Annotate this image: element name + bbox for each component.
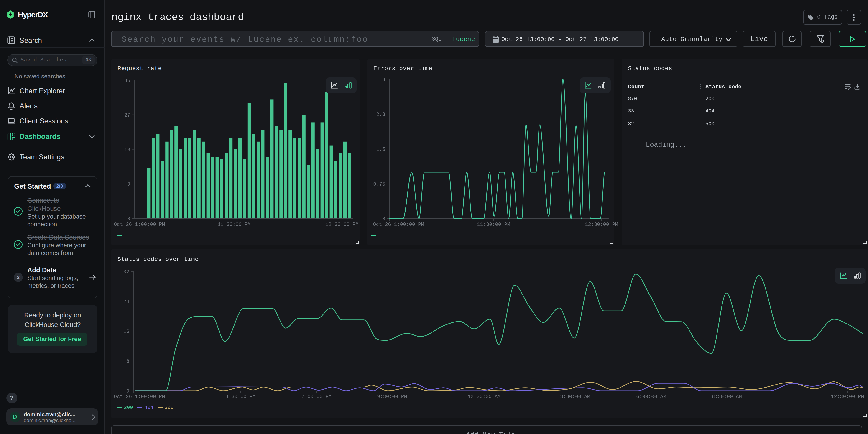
svg-text:12:30:00 AM: 12:30:00 AM: [467, 394, 500, 400]
svg-text:8:30:00 AM: 8:30:00 AM: [712, 394, 742, 400]
svg-text:4:30:00 PM: 4:30:00 PM: [225, 394, 255, 400]
svg-text:12:30:00 PM: 12:30:00 PM: [831, 394, 864, 400]
svg-text:11:30:00 PM: 11:30:00 PM: [217, 222, 250, 227]
svg-text:24: 24: [123, 299, 129, 305]
svg-text:32: 32: [123, 269, 129, 275]
svg-text:1.5: 1.5: [376, 147, 385, 152]
svg-text:Oct 26 1:00:00 PM: Oct 26 1:00:00 PM: [114, 394, 165, 400]
svg-text:7:00:00 PM: 7:00:00 PM: [302, 394, 332, 400]
svg-text:8: 8: [126, 359, 129, 364]
svg-text:3: 3: [382, 77, 385, 83]
svg-text:3:30:00 AM: 3:30:00 AM: [560, 394, 590, 400]
svg-text:500: 500: [164, 405, 174, 410]
svg-text:9:30:00 PM: 9:30:00 PM: [377, 394, 407, 400]
svg-text:12:30:00 PM: 12:30:00 PM: [585, 222, 618, 227]
svg-text:36: 36: [124, 78, 130, 84]
svg-text:9: 9: [127, 182, 130, 187]
svg-text:Oct 26 1:00:00 PM: Oct 26 1:00:00 PM: [373, 222, 424, 227]
svg-text:0: 0: [382, 216, 385, 222]
svg-text:Oct 26 1:00:00 PM: Oct 26 1:00:00 PM: [114, 222, 165, 227]
svg-text:0.75: 0.75: [373, 182, 385, 187]
svg-text:12:30:00 PM: 12:30:00 PM: [326, 222, 359, 227]
svg-text:11:30:00 PM: 11:30:00 PM: [477, 222, 510, 227]
svg-text:27: 27: [124, 113, 130, 118]
svg-text:404: 404: [144, 405, 153, 410]
svg-text:16: 16: [123, 329, 129, 335]
svg-text:2.3: 2.3: [376, 112, 385, 118]
svg-text:0: 0: [127, 216, 130, 222]
svg-text:200: 200: [124, 405, 133, 410]
svg-text:18: 18: [124, 147, 130, 153]
svg-text:0: 0: [126, 389, 129, 394]
svg-text:6:00:00 AM: 6:00:00 AM: [636, 394, 666, 400]
